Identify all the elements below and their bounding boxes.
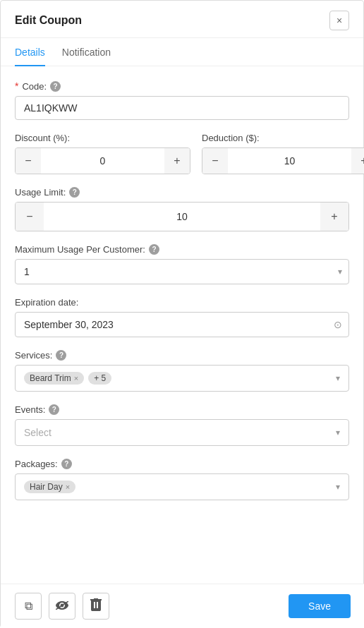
code-field-group: * Code: ? (15, 80, 349, 120)
services-chevron-icon: ▾ (336, 373, 340, 383)
packages-tags-left: Hair Day × (24, 481, 75, 493)
events-chevron-icon: ▾ (336, 428, 340, 437)
form-body: * Code: ? Discount (%): − + Deduction ($… (1, 66, 363, 569)
usage-limit-stepper: − + (15, 202, 349, 231)
services-field-group: Services: ? Beard Trim × + 5 ▾ (15, 350, 349, 392)
service-tag-name: Beard Trim (30, 373, 71, 383)
code-label: * Code: ? (15, 80, 349, 92)
code-help-icon[interactable]: ? (50, 81, 61, 92)
deduction-minus-button[interactable]: − (202, 148, 228, 174)
discount-plus-button[interactable]: + (164, 148, 190, 174)
deduction-field-group: Deduction ($): − + (202, 133, 364, 174)
max-usage-label-text: Maximum Usage Per Customer: (15, 244, 145, 255)
packages-label-text: Packages: (15, 459, 58, 469)
package-tag-remove-icon[interactable]: × (66, 483, 70, 491)
services-help-icon[interactable]: ? (56, 350, 66, 361)
save-button[interactable]: Save (289, 594, 351, 618)
service-tag-beard-trim: Beard Trim × (24, 372, 84, 385)
eye-icon (56, 600, 68, 612)
tab-details[interactable]: Details (15, 38, 45, 66)
expiration-date-input[interactable] (15, 312, 349, 337)
usage-limit-label: Usage Limit: ? (15, 187, 349, 198)
usage-limit-label-text: Usage Limit: (15, 187, 66, 198)
required-indicator: * (15, 80, 18, 92)
services-label-text: Services: (15, 350, 52, 361)
copy-icon: ⧉ (25, 600, 32, 612)
events-label-text: Events: (15, 404, 45, 415)
tab-notification[interactable]: Notification (62, 38, 111, 66)
max-usage-select[interactable]: 1 2 3 (15, 259, 349, 284)
deduction-plus-button[interactable]: + (351, 148, 364, 174)
modal-footer: ⧉ Save (1, 584, 364, 628)
modal-header: Edit Coupon × (1, 1, 363, 38)
discount-field-group: Discount (%): − + (15, 133, 190, 174)
package-tag-hair-day: Hair Day × (24, 481, 75, 493)
expiration-field-group: Expiration date: ⊙ (15, 297, 349, 337)
code-input[interactable] (15, 96, 349, 120)
services-more-badge: + 5 (88, 372, 111, 385)
events-placeholder: Select (24, 427, 51, 438)
events-select[interactable]: Select ▾ (15, 419, 349, 446)
events-field-group: Events: ? Select ▾ (15, 404, 349, 446)
packages-help-icon[interactable]: ? (61, 459, 72, 469)
usage-limit-minus-button[interactable]: − (16, 203, 44, 231)
discount-label: Discount (%): (15, 133, 190, 143)
discount-value-input[interactable] (41, 155, 164, 167)
packages-chevron-icon: ▾ (336, 482, 340, 492)
usage-limit-help-icon[interactable]: ? (69, 187, 80, 198)
discount-minus-button[interactable]: − (16, 148, 41, 174)
eye-toggle-button[interactable] (49, 593, 75, 620)
usage-limit-field-group: Usage Limit: ? − + (15, 187, 349, 231)
code-label-text: Code: (22, 81, 47, 92)
expiration-label: Expiration date: (15, 297, 349, 308)
close-button[interactable]: × (329, 11, 349, 30)
deduction-label: Deduction ($): (202, 133, 364, 143)
modal-container: Edit Coupon × Details Notification * Cod… (0, 0, 364, 628)
discount-stepper: − + (15, 147, 190, 174)
expiration-date-wrapper: ⊙ (15, 312, 349, 337)
events-help-icon[interactable]: ? (49, 404, 59, 415)
tabs-bar: Details Notification (1, 38, 363, 66)
max-usage-help-icon[interactable]: ? (149, 244, 159, 255)
calendar-icon: ⊙ (334, 319, 342, 330)
deduction-stepper: − + (202, 147, 364, 174)
usage-limit-plus-button[interactable]: + (320, 203, 348, 231)
copy-button[interactable]: ⧉ (15, 593, 42, 620)
delete-button[interactable] (83, 593, 109, 620)
events-label: Events: ? (15, 404, 349, 415)
max-usage-select-wrapper: 1 2 3 ▾ (15, 259, 349, 284)
discount-deduction-row: Discount (%): − + Deduction ($): − + (15, 133, 349, 187)
modal-title: Edit Coupon (15, 14, 82, 27)
max-usage-label: Maximum Usage Per Customer: ? (15, 244, 349, 255)
events-tags-left: Select (24, 427, 51, 438)
usage-limit-value-input[interactable] (44, 211, 320, 222)
services-label: Services: ? (15, 350, 349, 361)
deduction-value-input[interactable] (228, 155, 351, 167)
services-tags-left: Beard Trim × + 5 (24, 372, 111, 385)
max-usage-field-group: Maximum Usage Per Customer: ? 1 2 3 ▾ (15, 244, 349, 284)
service-tag-remove-icon[interactable]: × (74, 374, 78, 382)
services-select[interactable]: Beard Trim × + 5 ▾ (15, 365, 349, 392)
package-tag-name: Hair Day (30, 482, 63, 492)
trash-icon (90, 598, 102, 614)
packages-label: Packages: ? (15, 459, 349, 469)
packages-field-group: Packages: ? Hair Day × ▾ (15, 459, 349, 500)
packages-select[interactable]: Hair Day × ▾ (15, 473, 349, 500)
